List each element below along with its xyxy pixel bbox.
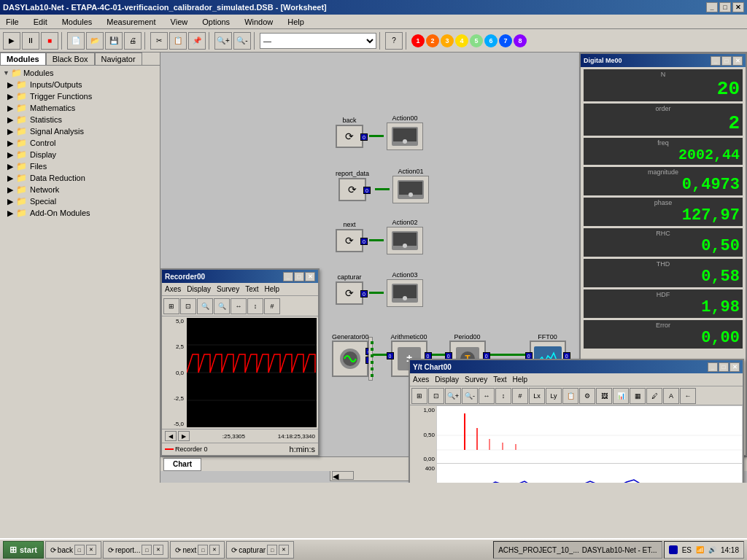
tree-folder-network[interactable]: ▶ 📁 Network [1, 184, 158, 195]
new-button[interactable]: 📄 [67, 32, 85, 50]
num-btn-7[interactable]: 7 [499, 34, 512, 47]
yt-menu-display[interactable]: Display [435, 376, 459, 384]
menu-window[interactable]: Window [241, 17, 276, 27]
num-btn-6[interactable]: 6 [484, 34, 498, 47]
rec-tool-3[interactable]: 🔍 [197, 298, 213, 314]
menu-edit[interactable]: Edit [31, 17, 50, 27]
rec-menu-help[interactable]: Help [265, 285, 280, 293]
menu-view[interactable]: View [168, 17, 191, 27]
capturar-icon[interactable]: ⟳ 0 [336, 281, 363, 305]
yt-tool-7[interactable]: # [512, 388, 528, 404]
num-btn-2[interactable]: 2 [426, 34, 439, 47]
open-button[interactable]: 📂 [86, 32, 104, 50]
yt-tool-5[interactable]: ↔ [479, 388, 495, 404]
generator-icon[interactable]: 0 1 [332, 341, 368, 377]
tree-folder-trigger[interactable]: ▶ 📁 Trigger Functions [1, 90, 158, 102]
num-btn-8[interactable]: 8 [514, 34, 527, 47]
paste-button[interactable]: 📌 [188, 32, 206, 50]
play-button[interactable]: ▶ [3, 32, 20, 50]
pause-button[interactable]: ⏸ [22, 32, 39, 50]
tree-folder-signal[interactable]: ▶ 📁 Signal Analysis [1, 125, 158, 137]
taskbar-capturar[interactable]: ⟳ capturar □ ✕ [226, 541, 294, 559]
num-btn-1[interactable]: 1 [411, 34, 425, 47]
rec-nav-left[interactable]: ◀ [165, 431, 177, 441]
rec-nav-right[interactable]: ▶ [178, 431, 190, 441]
yt-tool-1[interactable]: ⊞ [411, 388, 427, 404]
action02-icon[interactable] [387, 227, 423, 254]
maximize-button[interactable]: □ [719, 2, 731, 12]
yt-tool-17[interactable]: ← [680, 388, 696, 404]
yt-min-btn[interactable]: _ [708, 362, 718, 372]
menu-help[interactable]: Help [285, 17, 307, 27]
taskbar-next[interactable]: ⟳ next □ ✕ [170, 541, 225, 559]
yt-tool-16[interactable]: A [663, 388, 679, 404]
rec-tool-1[interactable]: ⊞ [163, 298, 179, 314]
rec-menu-survey[interactable]: Survey [217, 285, 239, 293]
yt-tool-6[interactable]: ↕ [495, 388, 511, 404]
tab-blackbox[interactable]: Black Box [46, 52, 95, 65]
recorder-max-btn[interactable]: □ [294, 272, 304, 281]
copy-button[interactable]: 📋 [169, 32, 187, 50]
action01-icon[interactable] [392, 176, 429, 203]
yt-tool-9[interactable]: Ly [546, 388, 562, 404]
report-icon[interactable]: ⟳ 0 [338, 178, 366, 201]
zoom-in-button[interactable]: 🔍+ [214, 32, 232, 50]
yt-tool-10[interactable]: 📋 [562, 388, 578, 404]
yt-tool-13[interactable]: 📊 [613, 388, 629, 404]
yt-menu-help[interactable]: Help [513, 376, 528, 384]
tree-folder-special[interactable]: ▶ 📁 Special [1, 195, 158, 207]
rec-tool-2[interactable]: ⊡ [180, 298, 196, 314]
tree-folder-addon[interactable]: ▶ 📁 Add-On Modules [1, 207, 158, 219]
menu-modules[interactable]: Modules [59, 17, 96, 27]
taskbar-dasy[interactable]: DASYLab10-Net - ET... [582, 546, 657, 554]
rec-tool-6[interactable]: ↕ [247, 298, 263, 314]
tab-navigator[interactable]: Navigator [95, 52, 142, 65]
meter-max-btn[interactable]: □ [721, 56, 732, 66]
tree-folder-control[interactable]: ▶ 📁 Control [1, 137, 158, 149]
taskbar-capturar-close[interactable]: ✕ [279, 545, 289, 555]
taskbar-achs[interactable]: ACHS_PROJECT_10_... [498, 546, 579, 554]
meter-close-btn[interactable]: ✕ [732, 56, 743, 66]
taskbar-next-close[interactable]: ✕ [209, 545, 220, 555]
taskbar-report[interactable]: ⟳ report... □ ✕ [103, 541, 169, 559]
taskbar-back[interactable]: ⟳ back □ ✕ [45, 541, 101, 559]
yt-close-btn[interactable]: ✕ [729, 362, 740, 372]
yt-tool-2[interactable]: ⊡ [428, 388, 444, 404]
num-btn-4[interactable]: 4 [455, 34, 468, 47]
cut-button[interactable]: ✂ [150, 32, 168, 50]
tree-folder-files[interactable]: ▶ 📁 Files [1, 160, 158, 172]
taskbar-next-restore[interactable]: □ [198, 545, 208, 555]
yt-tool-14[interactable]: ▦ [630, 388, 646, 404]
help-button[interactable]: ? [385, 32, 403, 50]
next-icon[interactable]: ⟳ 0 [336, 229, 363, 252]
yt-max-btn[interactable]: □ [719, 362, 729, 372]
action03-icon[interactable] [387, 279, 423, 307]
menu-file[interactable]: File [3, 17, 22, 27]
yt-menu-axes[interactable]: Axes [413, 376, 429, 384]
zoom-combo[interactable]: — [260, 33, 376, 49]
close-button[interactable]: ✕ [732, 2, 744, 12]
taskbar-capturar-restore[interactable]: □ [267, 545, 277, 555]
tab-modules[interactable]: Modules [0, 52, 46, 65]
recorder-min-btn[interactable]: _ [283, 272, 293, 281]
save-button[interactable]: 💾 [105, 32, 123, 50]
yt-tool-4[interactable]: 🔍- [462, 388, 478, 404]
recorder-close-btn[interactable]: ✕ [305, 272, 315, 281]
meter-min-btn[interactable]: _ [711, 56, 721, 66]
rec-tool-7[interactable]: # [264, 298, 280, 314]
rec-menu-display[interactable]: Display [187, 285, 211, 293]
action00-icon[interactable] [387, 122, 423, 150]
rec-tool-4[interactable]: 🔍 [214, 298, 230, 314]
yt-menu-survey[interactable]: Survey [465, 376, 487, 384]
yt-tool-8[interactable]: Lx [529, 388, 545, 404]
tree-folder-datared[interactable]: ▶ 📁 Data Reduction [1, 172, 158, 184]
back-icon[interactable]: ⟳ 0 [336, 125, 363, 148]
menu-options[interactable]: Options [199, 17, 233, 27]
tree-folder-stats[interactable]: ▶ 📁 Statistics [1, 114, 158, 125]
yt-tool-15[interactable]: 🖊 [646, 388, 662, 404]
rec-tool-5[interactable]: ↔ [231, 298, 247, 314]
stop-button[interactable]: ■ [41, 32, 58, 50]
start-button[interactable]: ⊞ start [3, 541, 44, 559]
yt-tool-11[interactable]: ⚙ [579, 388, 595, 404]
menu-measurement[interactable]: Measurement [104, 17, 158, 27]
